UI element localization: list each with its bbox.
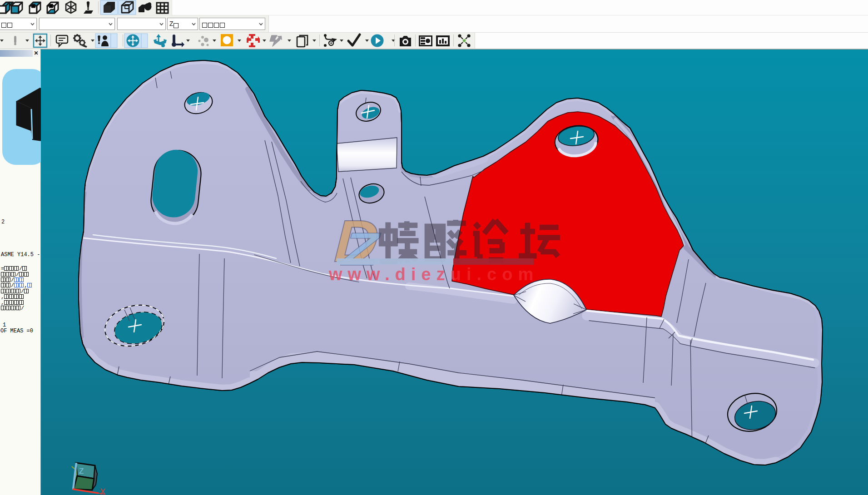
svg-text:Z: Z xyxy=(79,467,84,475)
svg-text:X: X xyxy=(100,487,105,495)
